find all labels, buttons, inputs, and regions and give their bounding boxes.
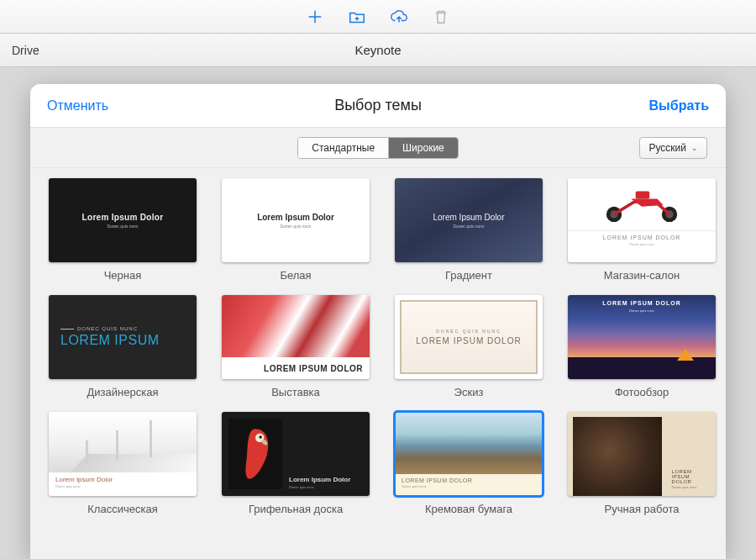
trash-icon [432,8,450,26]
theme-item-showroom[interactable]: LOREM IPSUM DOLOR Donec quis nunc Магази… [568,178,716,282]
theme-chooser-panel: Отменить Выбор темы Выбрать Стандартные … [30,84,726,559]
panel-header: Отменить Выбор темы Выбрать [30,84,726,128]
theme-thumb: Lorem Ipsum Dolor Donec quis nunc [395,178,543,262]
theme-thumb: Lorem Ipsum Dolor Donec quis nunc [49,178,197,262]
theme-label: Эскиз [454,386,484,398]
language-label: Русский [648,142,686,154]
segment-wide[interactable]: Широкие [388,138,458,158]
tent-icon [677,349,694,361]
new-folder-icon[interactable] [348,8,366,26]
theme-label: Белая [280,269,311,282]
theme-item-slate[interactable]: Lorem Ipsum Dolor Donec quis nunc Грифел… [222,412,370,515]
theme-item-black[interactable]: Lorem Ipsum Dolor Donec quis nunc Черная [49,178,197,282]
system-toolbar [0,0,756,34]
controls-row: Стандартные Широкие Русский ⌄ [30,128,726,168]
plus-icon[interactable] [306,8,324,26]
theme-thumb: LOREM IPSUM DOLOR Donec quis nunc [568,295,716,379]
theme-item-photo-essay[interactable]: LOREM IPSUM DOLOR Donec quis nunc Фотооб… [568,295,716,398]
cancel-button[interactable]: Отменить [47,98,108,113]
theme-item-exhibit[interactable]: LOREM IPSUM DOLOR Выставка [222,295,370,398]
theme-label: Черная [104,269,142,282]
app-title: Keynote [0,43,756,57]
themes-scroll-area[interactable]: Lorem Ipsum Dolor Donec quis nunc Черная… [30,168,726,559]
theme-label: Кремовая бумага [425,503,512,515]
theme-label: Классическая [87,503,157,515]
svg-point-10 [259,435,262,439]
chevron-down-icon: ⌄ [691,144,698,152]
theme-thumb: LOREM IPSUM DOLOR Donec quis nunc [568,412,716,496]
theme-thumb: LOREM IPSUM DOLOR Donec quis nunc [568,178,716,262]
theme-label: Грифельная доска [249,503,343,515]
theme-item-designer[interactable]: DONEC QUIS NUNC LOREM IPSUM Дизайнерская [49,295,197,398]
theme-thumb: Lorem Ipsum Dolor Donec quis nunc [222,178,370,262]
app-header: Drive Keynote [0,34,756,67]
panel-title: Выбор темы [30,97,726,114]
theme-thumb: LOREM IPSUM DOLOR Donec quis nunc [395,412,543,496]
theme-item-sketch[interactable]: DONEC QUIS NUNC LOREM IPSUM DOLOR Эскиз [395,295,543,398]
theme-thumb: DONEC QUIS NUNC LOREM IPSUM DOLOR [395,295,543,379]
theme-item-white[interactable]: Lorem Ipsum Dolor Donec quis nunc Белая [222,178,370,282]
themes-grid: Lorem Ipsum Dolor Donec quis nunc Черная… [49,178,707,515]
theme-thumb: DONEC QUIS NUNC LOREM IPSUM [49,295,197,379]
theme-item-handmade[interactable]: LOREM IPSUM DOLOR Donec quis nunc Ручная… [568,412,716,515]
language-dropdown[interactable]: Русский ⌄ [639,137,707,159]
theme-thumb: Lorem Ipsum Dolor Donec quis nunc [49,412,197,496]
theme-item-cream-paper[interactable]: LOREM IPSUM DOLOR Donec quis nunc Кремов… [395,412,543,515]
theme-thumb: Lorem Ipsum Dolor Donec quis nunc [222,412,370,496]
svg-rect-8 [636,191,650,198]
theme-thumb: LOREM IPSUM DOLOR [222,295,370,379]
theme-item-gradient[interactable]: Lorem Ipsum Dolor Donec quis nunc Градие… [395,178,543,282]
choose-button[interactable]: Выбрать [649,98,709,113]
aspect-segmented-control: Стандартные Широкие [297,137,459,159]
parrot-icon [228,419,282,489]
theme-label: Градиент [445,269,492,282]
segment-standard[interactable]: Стандартные [298,138,388,158]
theme-label: Выставка [271,386,320,398]
theme-label: Магазин-салон [604,269,680,282]
theme-label: Дизайнерская [87,386,159,398]
theme-item-classic[interactable]: Lorem Ipsum Dolor Donec quis nunc Класси… [49,412,197,515]
cloud-upload-icon[interactable] [390,8,408,26]
motorcycle-icon [568,178,716,230]
location-label: Drive [12,44,39,57]
theme-label: Ручная работа [605,503,680,515]
theme-label: Фотообзор [615,386,669,398]
